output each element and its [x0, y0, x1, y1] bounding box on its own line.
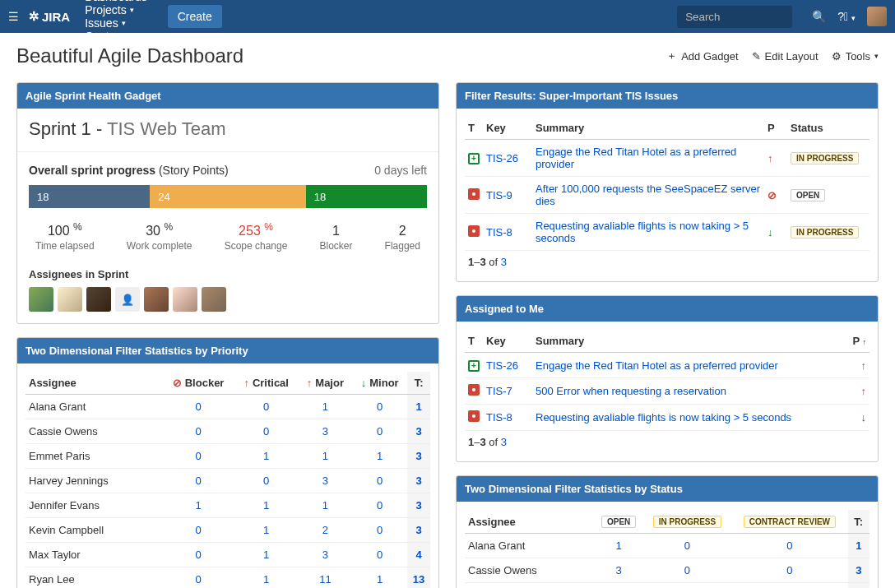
avatar[interactable]	[173, 287, 197, 312]
stat-cell[interactable]: 0	[377, 475, 383, 487]
stat-cell[interactable]: 1	[322, 450, 328, 462]
stat-cell[interactable]: 1	[263, 450, 269, 462]
stat-cell[interactable]: 0	[684, 539, 690, 552]
issue-row[interactable]: TIS-8Requesting avaliable flights is now…	[465, 214, 869, 251]
stat-cell[interactable]: 0	[263, 400, 269, 413]
row-total[interactable]: 1	[856, 539, 861, 552]
issue-key[interactable]: TIS-7	[486, 385, 512, 397]
issue-key[interactable]: TIS-26	[486, 359, 518, 372]
avatar-default[interactable]: 👤	[115, 287, 140, 312]
assignee-name[interactable]: Max Taylor	[26, 543, 162, 567]
stat-cell[interactable]: 0	[263, 425, 269, 438]
stat-cell[interactable]: 0	[195, 475, 201, 487]
row-total[interactable]: 3	[415, 475, 421, 487]
stat-cell[interactable]: 0	[195, 573, 201, 586]
issue-summary[interactable]: Engage the Red Titan Hotel as a preferre…	[536, 359, 778, 372]
stat-cell[interactable]: 1	[195, 499, 201, 512]
stat-cell[interactable]: 0	[195, 450, 201, 462]
stat-cell[interactable]: 11	[319, 573, 331, 586]
stat-cell[interactable]: 1	[263, 499, 269, 512]
avatar[interactable]	[144, 287, 169, 312]
issue-row[interactable]: TIS-8Requesting avaliable flights is now…	[465, 405, 869, 431]
stat-cell[interactable]: 0	[786, 539, 792, 552]
pager-total[interactable]: 3	[501, 436, 507, 448]
stat-cell[interactable]: 0	[195, 425, 201, 438]
stat-cell[interactable]: 3	[322, 425, 328, 438]
stat-cell[interactable]: 0	[684, 564, 690, 576]
search-input[interactable]	[677, 6, 792, 28]
issue-summary[interactable]: Engage the Red Titan Hotel as a preferre…	[536, 146, 736, 170]
stat-cell[interactable]: 3	[322, 475, 328, 487]
stat-cell[interactable]: 0	[786, 564, 792, 576]
stat-cell[interactable]: 3	[616, 564, 622, 576]
create-button[interactable]: Create	[168, 5, 222, 28]
issue-row[interactable]: +TIS-26Engage the Red Titan Hotel as a p…	[465, 353, 869, 378]
stat-cell[interactable]: 0	[377, 524, 383, 536]
assignee-name[interactable]: Jennifer Evans	[26, 493, 162, 518]
stat-cell[interactable]: 0	[377, 549, 383, 561]
stat-cell[interactable]: 3	[322, 549, 328, 561]
issue-summary[interactable]: 500 Error when requesting a reservation	[536, 385, 726, 397]
tools-button[interactable]: ⚙Tools ▾	[832, 49, 879, 63]
avatar[interactable]	[86, 287, 111, 312]
issue-summary[interactable]: Requesting avaliable flights is now taki…	[536, 220, 749, 244]
assignee-name[interactable]: Emmet Paris	[465, 583, 595, 589]
add-gadget-button[interactable]: ＋Add Gadget	[666, 49, 738, 63]
stat-cell[interactable]: 0	[377, 499, 383, 512]
nav-item-issues[interactable]: Issues ▾	[85, 16, 155, 30]
stat-cell[interactable]: 0	[377, 400, 383, 413]
stat-cell[interactable]: 0	[263, 475, 269, 487]
assignee-name[interactable]: Ryan Lee	[26, 567, 162, 588]
app-menu-icon[interactable]: ☰	[8, 10, 19, 23]
row-total[interactable]: 3	[415, 425, 421, 438]
nav-item-capture[interactable]: Capture ▾	[85, 30, 155, 43]
stat-cell[interactable]: 0	[195, 400, 201, 413]
status-col-head[interactable]: CONTRACT REVIEW	[744, 516, 836, 528]
stat-cell[interactable]: 1	[263, 524, 269, 536]
user-avatar[interactable]	[867, 7, 887, 26]
stat-cell[interactable]: 1	[322, 499, 328, 512]
assignee-name[interactable]: Alana Grant	[26, 395, 162, 419]
help-icon[interactable]: ?⃝ ▾	[837, 10, 856, 23]
row-total[interactable]: 3	[415, 499, 421, 512]
issue-key[interactable]: TIS-26	[486, 152, 518, 164]
stat-cell[interactable]: 1	[322, 400, 328, 413]
assignee-name[interactable]: Kevin Campbell	[26, 518, 162, 543]
issue-key[interactable]: TIS-9	[486, 189, 512, 201]
stat-cell[interactable]: 2	[322, 524, 328, 536]
issue-row[interactable]: +TIS-26Engage the Red Titan Hotel as a p…	[465, 140, 869, 177]
issue-row[interactable]: TIS-9After 100,000 requests the SeeSpace…	[465, 177, 869, 214]
status-col-head[interactable]: IN PROGRESS	[653, 516, 721, 528]
stat-cell[interactable]: 1	[377, 450, 383, 462]
stat-cell[interactable]: 1	[263, 549, 269, 561]
row-total[interactable]: 3	[415, 450, 421, 462]
assignee-name[interactable]: Cassie Owens	[465, 558, 595, 583]
issue-row[interactable]: TIS-7500 Error when requesting a reserva…	[465, 378, 869, 405]
stat-cell[interactable]: 1	[377, 573, 383, 586]
row-total[interactable]: 3	[856, 564, 861, 576]
stat-cell[interactable]: 0	[377, 425, 383, 438]
pager-total[interactable]: 3	[501, 256, 507, 268]
edit-layout-button[interactable]: ✎Edit Layout	[752, 49, 818, 63]
issue-key[interactable]: TIS-8	[486, 411, 512, 424]
assignee-name[interactable]: Alana Grant	[465, 534, 595, 558]
stat-cell[interactable]: 0	[195, 549, 201, 561]
row-total[interactable]: 4	[415, 549, 421, 561]
assignee-name[interactable]: Harvey Jennings	[26, 469, 162, 493]
row-total[interactable]: 1	[415, 400, 421, 413]
jira-logo[interactable]: ✲ JIRA	[29, 9, 70, 24]
nav-item-projects[interactable]: Projects ▾	[85, 3, 155, 16]
avatar[interactable]	[202, 287, 226, 312]
row-total[interactable]: 13	[413, 573, 424, 586]
assignee-name[interactable]: Emmet Paris	[26, 444, 162, 469]
issue-key[interactable]: TIS-8	[486, 226, 512, 238]
stat-cell[interactable]: 1	[616, 539, 622, 552]
avatar[interactable]	[29, 287, 53, 312]
stat-cell[interactable]: 0	[195, 524, 201, 536]
avatar[interactable]	[58, 287, 82, 312]
stat-cell[interactable]: 1	[263, 573, 269, 586]
issue-summary[interactable]: After 100,000 requests the SeeSpaceEZ se…	[536, 183, 760, 207]
status-col-head[interactable]: OPEN	[601, 516, 636, 528]
assignee-name[interactable]: Cassie Owens	[26, 419, 162, 444]
row-total[interactable]: 3	[415, 524, 421, 536]
